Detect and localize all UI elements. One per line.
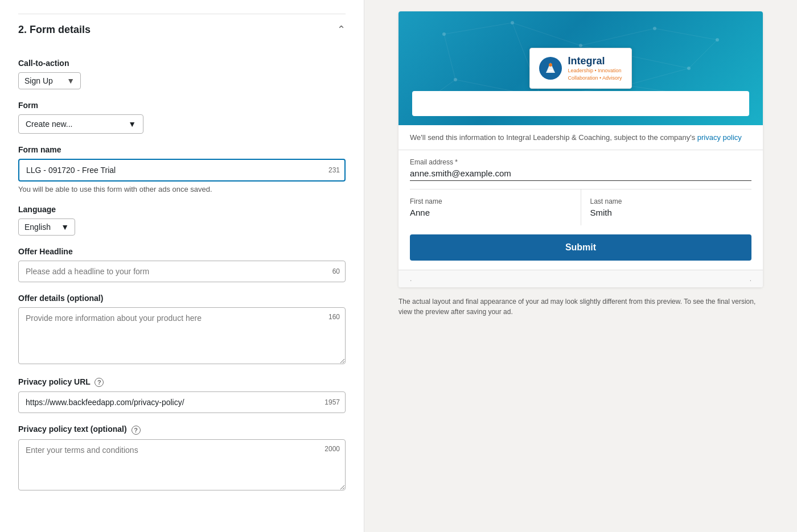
preview-card: Integral Leadership • Innovation Collabo…	[398, 11, 763, 287]
offer-headline-group: Offer Headline 60	[18, 247, 346, 282]
svg-line-20	[689, 40, 717, 68]
footer-left-dot: .	[410, 275, 412, 283]
offer-details-label: Offer details (optional)	[18, 294, 346, 303]
offer-details-group: Offer details (optional) 160	[18, 294, 346, 366]
preview-form-fields: Email address * anne.smith@example.com F…	[398, 150, 763, 225]
collapse-icon[interactable]: ⌃	[337, 23, 346, 36]
footer-right-dot: .	[750, 275, 751, 283]
left-panel: 2. Form details ⌃ Call-to-action Sign Up…	[0, 0, 364, 532]
company-tagline1: Leadership • Innovation	[568, 67, 622, 75]
privacy-text-help-icon[interactable]: ?	[132, 426, 141, 435]
privacy-text-char-count: 2000	[324, 445, 340, 453]
preview-last-name-value: Smith	[590, 208, 752, 217]
privacy-text-wrapper: 2000	[18, 439, 346, 492]
preview-first-name-value: Anne	[410, 208, 572, 217]
language-field-group: Language English ▼	[18, 205, 346, 236]
form-field-group: Form Create new... ▼	[18, 101, 346, 134]
svg-line-13	[581, 28, 655, 46]
preview-email-field: Email address * anne.smith@example.com	[410, 150, 751, 189]
company-logo-icon	[539, 57, 562, 80]
company-name: Integral	[568, 55, 622, 67]
privacy-url-group: Privacy policy URL ? 1957	[18, 377, 346, 413]
preview-disclaimer: The actual layout and final appearance o…	[398, 296, 763, 317]
cta-label: Call-to-action	[18, 59, 346, 68]
form-dropdown-arrow: ▼	[128, 119, 136, 129]
offer-details-wrapper: 160	[18, 307, 346, 366]
offer-headline-char-count: 60	[332, 267, 340, 275]
preview-first-name-label: First name	[410, 197, 572, 205]
preview-last-name-label: Last name	[590, 197, 752, 205]
cta-dropdown-arrow: ▼	[67, 76, 75, 85]
form-name-group: Form name 231 You will be able to use th…	[18, 145, 346, 193]
right-panel: Integral Leadership • Innovation Collabo…	[364, 0, 797, 532]
cta-select[interactable]: Sign Up ▼	[18, 72, 81, 89]
form-name-input[interactable]	[18, 159, 346, 182]
form-name-char-count: 231	[328, 166, 340, 174]
svg-line-14	[655, 28, 717, 40]
section-title: 2. Form details	[18, 24, 91, 36]
logo-box: Integral Leadership • Innovation Collabo…	[529, 48, 631, 89]
preview-privacy-notice: We'll send this information to Integral …	[398, 125, 763, 150]
company-tagline2: Collaboration • Advisory	[568, 75, 622, 82]
form-select-value: Create new...	[26, 119, 73, 129]
cta-field-group: Call-to-action Sign Up ▼	[18, 59, 346, 89]
form-label: Form	[18, 101, 346, 110]
preview-name-row: First name Anne Last name Smith	[410, 189, 751, 225]
form-name-hint: You will be able to use this form with o…	[18, 185, 346, 193]
submit-button[interactable]: Submit	[410, 234, 751, 261]
offer-details-textarea[interactable]	[18, 307, 346, 364]
language-dropdown-arrow: ▼	[61, 222, 69, 232]
offer-details-char-count: 160	[328, 313, 340, 321]
section-header: 2. Form details ⌃	[18, 14, 346, 45]
privacy-url-wrapper: 1957	[18, 391, 346, 413]
cta-value: Sign Up	[24, 76, 53, 85]
language-value: English	[24, 222, 51, 232]
privacy-url-label: Privacy policy URL ?	[18, 377, 346, 387]
form-select[interactable]: Create new... ▼	[18, 114, 143, 134]
svg-line-12	[512, 23, 581, 46]
preview-email-label: Email address *	[410, 158, 751, 166]
language-select[interactable]: English ▼	[18, 218, 75, 236]
privacy-url-help-icon[interactable]: ?	[95, 378, 104, 387]
privacy-policy-link[interactable]: privacy policy	[697, 133, 742, 142]
preview-email-value: anne.smith@example.com	[410, 168, 751, 181]
privacy-url-input[interactable]	[18, 391, 346, 413]
form-name-label: Form name	[18, 145, 346, 154]
language-label: Language	[18, 205, 346, 214]
preview-last-name-col: Last name Smith	[581, 189, 752, 225]
logo-text: Integral Leadership • Innovation Collabo…	[568, 55, 622, 81]
svg-point-25	[549, 63, 552, 67]
privacy-text-textarea[interactable]	[18, 439, 346, 490]
preview-footer: . .	[398, 270, 763, 287]
offer-headline-input[interactable]	[18, 261, 346, 282]
privacy-url-char-count: 1957	[324, 398, 340, 406]
privacy-text-group: Privacy policy text (optional) ? 2000	[18, 424, 346, 492]
privacy-text-label: Privacy policy text (optional) ?	[18, 424, 346, 434]
banner-input-area	[412, 91, 749, 116]
svg-line-11	[444, 23, 512, 34]
svg-line-19	[626, 68, 689, 85]
svg-line-15	[444, 34, 455, 80]
preview-first-name-col: First name Anne	[410, 189, 581, 225]
preview-banner: Integral Leadership • Innovation Collabo…	[398, 11, 763, 125]
offer-headline-label: Offer Headline	[18, 247, 346, 256]
form-name-wrapper: 231	[18, 159, 346, 182]
offer-headline-wrapper: 60	[18, 261, 346, 282]
